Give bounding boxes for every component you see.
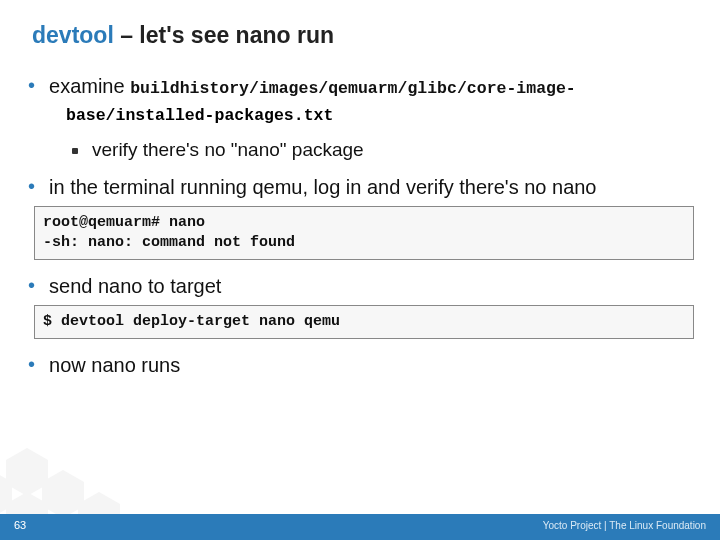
bullet-terminal: • in the terminal running qemu, log in a… [26,175,694,200]
examine-path-cont: base/installed-packages.txt [66,106,694,125]
examine-prefix: examine [49,75,130,97]
bullet-text: send nano to target [49,274,221,299]
slide: devtool – let's see nano run • examine b… [0,0,720,540]
footer-credit: Yocto Project | The Linux Foundation [543,520,706,531]
bullet-icon: • [28,274,35,296]
bullet-text: in the terminal running qemu, log in and… [49,175,596,200]
bullet-icon: • [28,175,35,197]
examine-path-line2: base/installed-packages.txt [66,106,333,125]
bullet-send: • send nano to target [26,274,694,299]
bullet-icon: • [28,353,35,375]
examine-path-line1: buildhistory/images/qemuarm/glibc/core-i… [130,79,576,98]
subbullet-icon [72,148,78,154]
bullet-examine: • examine buildhistory/images/qemuarm/gl… [26,74,694,100]
title-dash: – [114,22,140,48]
title-rest: let's see nano run [139,22,334,48]
footer-bar: 63 Yocto Project | The Linux Foundation [0,514,720,540]
content-area: • examine buildhistory/images/qemuarm/gl… [26,74,694,384]
slide-title: devtool – let's see nano run [32,22,334,49]
bullet-nowruns: • now nano runs [26,353,694,378]
subbullet-text: verify there's no "nano" package [92,139,364,161]
page-number: 63 [14,519,26,531]
code-nano-notfound: root@qemuarm# nano -sh: nano: command no… [34,206,694,261]
title-keyword: devtool [32,22,114,48]
bullet-text: examine buildhistory/images/qemuarm/glib… [49,74,576,100]
bullet-icon: • [28,74,35,96]
bullet-text: now nano runs [49,353,180,378]
code-deploy: $ devtool deploy-target nano qemu [34,305,694,339]
subbullet-verify: verify there's no "nano" package [72,139,694,161]
